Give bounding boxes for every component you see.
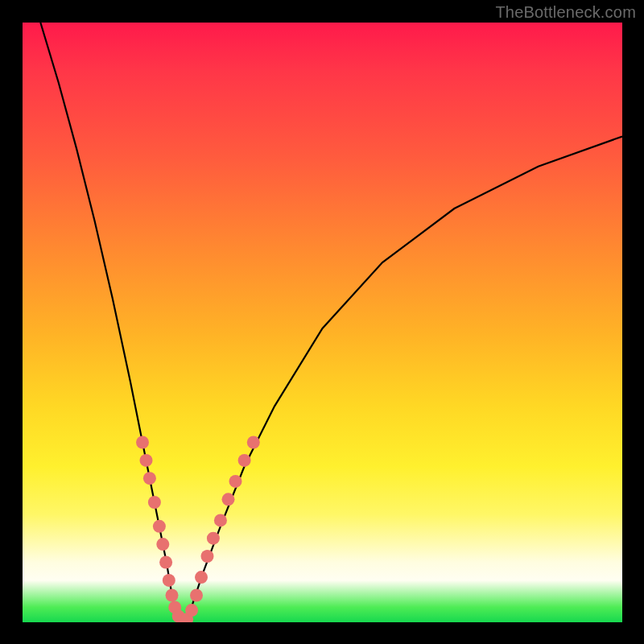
chart-svg <box>23 23 622 622</box>
data-marker <box>140 454 153 467</box>
plot-area <box>23 23 622 622</box>
data-marker <box>201 550 214 563</box>
data-marker <box>247 436 260 449</box>
data-marker <box>207 532 220 545</box>
data-marker <box>153 520 166 533</box>
data-marker <box>163 574 175 587</box>
watermark-text: TheBottleneck.com <box>495 3 636 22</box>
data-marker <box>238 454 251 467</box>
data-marker <box>148 496 161 509</box>
data-marker <box>190 589 203 602</box>
data-marker <box>214 514 227 526</box>
data-marker <box>136 436 149 449</box>
data-marker <box>159 556 172 569</box>
data-marker <box>222 493 235 506</box>
data-marker <box>156 538 169 551</box>
data-marker <box>229 475 242 488</box>
marker-group <box>136 436 260 623</box>
data-marker <box>185 604 198 617</box>
data-marker <box>143 472 156 485</box>
data-marker <box>195 571 208 584</box>
outer-frame: TheBottleneck.com <box>0 0 644 644</box>
data-marker <box>166 589 179 602</box>
bottleneck-curve <box>40 23 622 622</box>
